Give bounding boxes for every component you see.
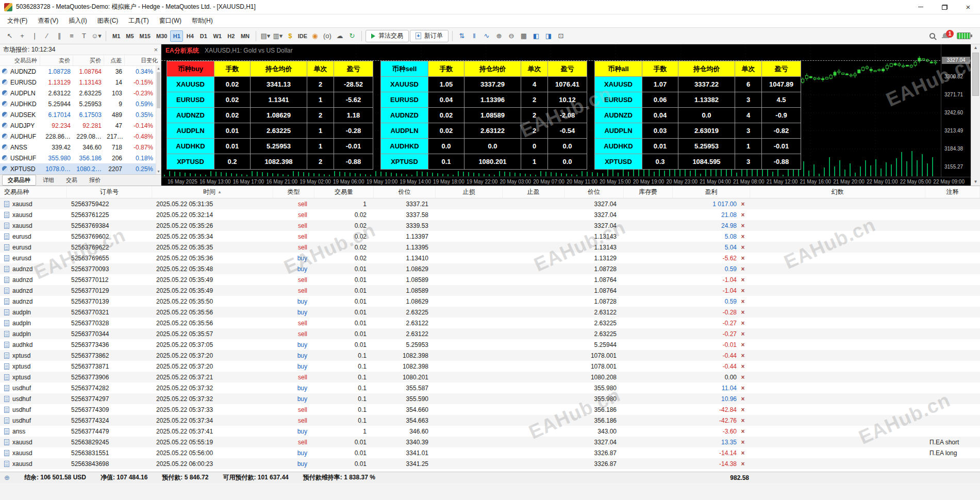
scroll-up-icon[interactable]: ▲: [156, 66, 161, 71]
market-watch-row[interactable]: EURUSD 1.13129 1.13143 14 -0.15%: [0, 77, 156, 88]
close-position-icon[interactable]: [740, 396, 746, 402]
market-watch-row[interactable]: XPTUSD 1078.0… 1080.2… 2207 0.25%: [0, 163, 156, 174]
chart-shift-icon[interactable]: ⊡: [555, 30, 567, 42]
close-position-icon[interactable]: [740, 353, 746, 359]
search-icon[interactable]: [929, 33, 935, 39]
dock-right-icon[interactable]: ◨: [543, 30, 554, 42]
market-watch-column-header[interactable]: 买价: [73, 55, 104, 65]
market-watch-tab[interactable]: 详细: [38, 175, 59, 185]
close-position-icon[interactable]: [740, 363, 746, 370]
shapes-icon[interactable]: ☺▾: [91, 30, 102, 42]
close-position-icon[interactable]: [740, 277, 746, 283]
close-button[interactable]: ×: [956, 0, 980, 14]
order-row[interactable]: xauusd 52563829245 2025.05.22 05:55:19 s…: [0, 437, 980, 447]
order-row[interactable]: eurusd 52563769622 2025.05.22 05:35:35 s…: [0, 242, 980, 253]
close-position-icon[interactable]: [740, 320, 746, 326]
order-row[interactable]: audpln 52563770344 2025.05.22 05:35:57 s…: [0, 328, 980, 339]
close-position-icon[interactable]: [740, 201, 746, 207]
order-row[interactable]: xptusd 52563773862 2025.05.22 05:37:20 b…: [0, 350, 980, 361]
timeframe-button[interactable]: M5: [123, 30, 136, 42]
menu-item[interactable]: 工具(T): [123, 14, 154, 27]
dollar-icon[interactable]: $: [285, 30, 296, 42]
close-position-icon[interactable]: [740, 223, 746, 229]
time-axis[interactable]: 16 May 202516 May 13:0016 May 17:0016 Ma…: [161, 177, 971, 186]
menu-item[interactable]: 图表(C): [92, 14, 124, 27]
menu-item[interactable]: 帮助(H): [187, 14, 218, 27]
tick-chart-icon[interactable]: ∿: [481, 30, 492, 42]
close-position-icon[interactable]: [740, 298, 746, 305]
cursor-icon[interactable]: ↖: [4, 30, 15, 42]
market-watch-scrollbar[interactable]: ▲ ▼: [156, 66, 161, 174]
orders-column-header[interactable]: 类型: [273, 186, 314, 198]
orders-column-header[interactable]: 订单号: [67, 186, 152, 198]
ide-button[interactable]: IDE: [297, 30, 308, 42]
market-watch-row[interactable]: ANSS 339.42 346.60 718 -0.87%: [0, 142, 156, 153]
order-row[interactable]: audnzd 52563770112 2025.05.22 05:35:49 s…: [0, 274, 980, 285]
close-position-icon[interactable]: [740, 450, 746, 456]
market-watch-row[interactable]: AUDSEK 6.17014 6.17503 489 0.35%: [0, 109, 156, 120]
timeframe-button[interactable]: M30: [154, 30, 170, 42]
lock-icon[interactable]: ◉: [309, 30, 321, 42]
order-row[interactable]: eurusd 52563769602 2025.05.22 05:35:34 s…: [0, 231, 980, 242]
scroll-down-icon[interactable]: ▼: [156, 169, 161, 174]
new-order-button[interactable]: 新订单: [410, 30, 449, 42]
order-row[interactable]: xptusd 52563773871 2025.05.22 05:37:20 b…: [0, 361, 980, 372]
timeframe-button[interactable]: M1: [110, 30, 123, 42]
close-position-icon[interactable]: [740, 244, 746, 251]
cloud-icon[interactable]: ☁: [334, 30, 345, 42]
market-watch-tab[interactable]: 交易品种: [2, 175, 36, 186]
orders-column-header[interactable]: 时间: [152, 186, 273, 198]
timeframe-button[interactable]: M15: [137, 30, 153, 42]
close-position-icon[interactable]: [740, 342, 746, 348]
close-position-icon[interactable]: [740, 439, 746, 445]
market-watch-column-header[interactable]: 交易品种: [0, 55, 40, 65]
order-row[interactable]: usdhuf 52563774282 2025.05.22 05:37:32 b…: [0, 382, 980, 393]
order-row[interactable]: xauusd 52563769384 2025.05.22 05:35:26 s…: [0, 220, 980, 231]
scrollbar-thumb[interactable]: [972, 53, 979, 96]
timeframe-button[interactable]: D1: [197, 30, 210, 42]
order-row[interactable]: audnzd 52563770093 2025.05.22 05:35:48 b…: [0, 263, 980, 274]
timeframe-button[interactable]: H2: [225, 30, 238, 42]
market-watch-tab[interactable]: 交易: [61, 175, 82, 185]
order-row[interactable]: audpln 52563770328 2025.05.22 05:35:56 s…: [0, 318, 980, 328]
market-watch-row[interactable]: AUDJPY 92.234 92.281 47 -0.14%: [0, 120, 156, 131]
text-icon[interactable]: T: [78, 30, 90, 42]
orders-column-header[interactable]: 注释: [925, 186, 980, 198]
scrollbar-thumb[interactable]: [157, 72, 160, 108]
menu-item[interactable]: 查看(V): [32, 14, 63, 27]
orders-column-header[interactable]: 止损: [436, 186, 503, 198]
market-watch-column-header[interactable]: 日变化: [125, 55, 161, 65]
tile-windows-icon[interactable]: ▦: [518, 30, 529, 42]
connection-indicator[interactable]: [957, 32, 971, 39]
scroll-down-icon[interactable]: ▼: [971, 178, 980, 186]
order-row[interactable]: usdhuf 52563774309 2025.05.22 05:37:33 s…: [0, 404, 980, 415]
close-position-icon[interactable]: [740, 385, 746, 391]
close-position-icon[interactable]: [740, 266, 746, 272]
market-watch-row[interactable]: AUDNZD 1.08728 1.08764 36 0.34%: [0, 66, 156, 77]
close-position-icon[interactable]: [740, 407, 746, 413]
signal-icon[interactable]: (o): [322, 30, 333, 42]
close-position-icon[interactable]: [740, 234, 746, 240]
close-panel-icon[interactable]: ×: [154, 46, 158, 53]
close-position-icon[interactable]: [740, 418, 746, 424]
close-position-icon[interactable]: [740, 255, 746, 261]
close-position-icon[interactable]: [740, 309, 746, 315]
orders-column-header[interactable]: 价位: [374, 186, 436, 198]
restore-button[interactable]: [933, 0, 956, 14]
order-row[interactable]: xauusd 52563843698 2025.05.22 06:00:23 b…: [0, 458, 980, 469]
order-row[interactable]: audhkd 52563773436 2025.05.22 05:37:05 b…: [0, 339, 980, 350]
close-position-icon[interactable]: [740, 428, 746, 435]
order-row[interactable]: usdhuf 52563774297 2025.05.22 05:37:32 b…: [0, 393, 980, 404]
orders-column-header[interactable]: 止盈: [503, 186, 564, 198]
orders-column-header[interactable]: 价位: [564, 186, 624, 198]
market-watch-row[interactable]: AUDHUF 228.86… 229.08… 217… -0.48%: [0, 131, 156, 142]
order-row[interactable]: xauusd 52563759422 2025.05.22 05:31:35 s…: [0, 198, 980, 209]
sort-icon[interactable]: ⇅: [456, 30, 468, 42]
timeframe-button[interactable]: H4: [184, 30, 196, 42]
menu-item[interactable]: 窗口(W): [154, 14, 187, 27]
chart-type-icon[interactable]: ▤▾: [260, 30, 271, 42]
zoom-out-icon[interactable]: ⊖: [506, 30, 517, 42]
menu-item[interactable]: 文件(F): [2, 14, 32, 27]
refresh-icon[interactable]: ↻: [346, 30, 358, 42]
order-row[interactable]: xptusd 52563773906 2025.05.22 05:37:21 s…: [0, 372, 980, 382]
